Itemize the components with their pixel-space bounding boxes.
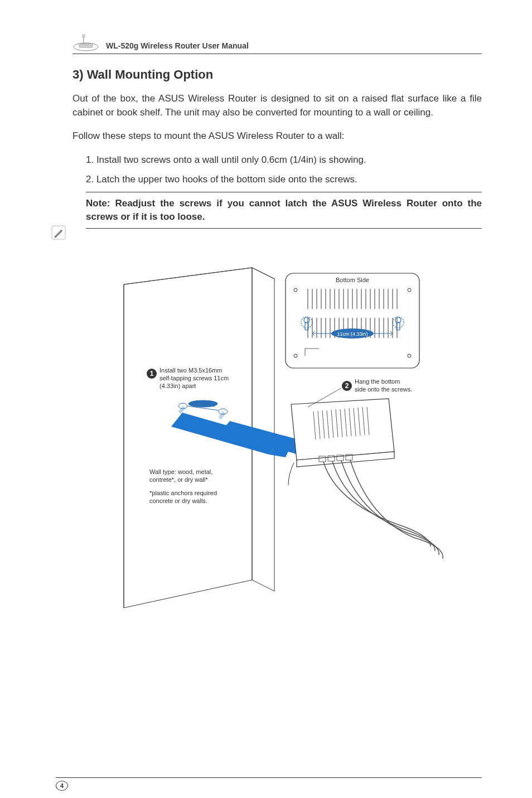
note-text: Note: Readjust the screws if you cannot … <box>86 197 482 224</box>
page-footer: 4 <box>56 777 482 778</box>
section-heading: 3) Wall Mounting Option <box>72 67 482 82</box>
step-1: 1. Install two screws onto a wall until … <box>86 153 482 167</box>
pen-icon <box>51 225 66 240</box>
svg-text:(4.33in) apart: (4.33in) apart <box>159 383 196 389</box>
svg-rect-1 <box>79 43 93 47</box>
svg-text:side onto the screws.: side onto the screws. <box>355 386 412 393</box>
step-2: 2. Latch the upper two hooks of the bott… <box>86 173 482 187</box>
header-title: WL-520g Wireless Router User Manual <box>106 41 249 51</box>
intro-paragraph: Out of the box, the ASUS Wireless Router… <box>72 92 482 119</box>
bottom-side-detail: Bottom Side <box>286 273 419 368</box>
note-box: Note: Readjust the screws if you cannot … <box>86 192 482 229</box>
svg-text:1: 1 <box>150 370 154 378</box>
bottom-side-label: Bottom Side <box>336 277 369 283</box>
svg-text:2: 2 <box>345 382 349 390</box>
page-number: 4 <box>56 781 68 791</box>
svg-text:*plastic anchors required: *plastic anchors required <box>149 490 217 496</box>
svg-text:Hang the bottom: Hang the bottom <box>355 378 400 385</box>
svg-text:contrete*, or dry wall*: contrete*, or dry wall* <box>149 476 208 483</box>
callout-1: 1 Install two M3.5x16mm self-tapping scr… <box>147 367 229 389</box>
svg-text:11cm (4.33in): 11cm (4.33in) <box>191 402 215 407</box>
keyhole-distance: 11cm (4.33in) <box>337 331 367 337</box>
wall-mount-diagram: Bottom Side <box>72 262 482 630</box>
router-hanging <box>288 399 443 559</box>
svg-text:self-tapping screws 11cm: self-tapping screws 11cm <box>159 375 229 381</box>
svg-text:Wall type: wood, metal,: Wall type: wood, metal, <box>149 468 212 475</box>
router-icon <box>72 33 99 51</box>
wall-note: Wall type: wood, metal, contrete*, or dr… <box>149 468 217 504</box>
svg-text:Install two M3.5x16mm: Install two M3.5x16mm <box>159 367 222 374</box>
svg-text:concrete or dry walls.: concrete or dry walls. <box>149 497 207 504</box>
instruction-line: Follow these steps to mount the ASUS Wir… <box>72 129 482 143</box>
svg-rect-5 <box>83 35 85 37</box>
document-header: WL-520g Wireless Router User Manual <box>72 33 482 54</box>
